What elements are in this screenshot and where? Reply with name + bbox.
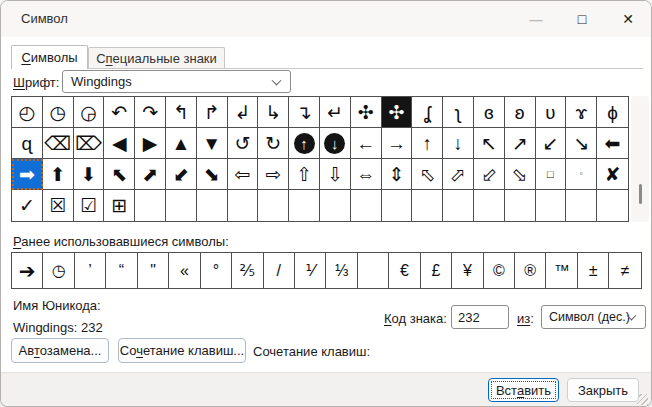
symbol-cell[interactable]: ⬂ [505,159,536,190]
symbol-cell[interactable] [536,190,567,221]
font-combobox[interactable]: Wingdings [62,70,291,93]
symbol-cell[interactable] [382,190,413,221]
symbol-cell[interactable]: ʚ [505,97,536,128]
symbol-cell[interactable]: ↵ [320,97,351,128]
symbol-cell[interactable]: ⇧ [289,159,320,190]
symbol-cell[interactable]: ☒ [43,190,74,221]
symbol-cell[interactable] [597,190,628,221]
symbol-cell[interactable]: ↖ [474,128,505,159]
symbol-cell[interactable]: ⬇ [74,159,105,190]
grid-scrollbar-thumb[interactable] [639,184,642,204]
recent-symbol-cell[interactable]: € [389,253,420,288]
symbol-cell[interactable]: ɤ [566,97,597,128]
recent-symbol-cell[interactable]: ◷ [43,253,74,288]
grid-scrollbar[interactable] [631,96,649,222]
symbol-cell[interactable] [566,190,597,221]
symbol-cell[interactable]: ☑ [74,190,105,221]
symbol-cell[interactable]: ↳ [258,97,289,128]
recent-symbol-cell[interactable]: « [169,253,200,288]
recent-symbol-cell[interactable]: ¥ [452,253,483,288]
symbol-cell[interactable] [135,190,166,221]
symbol-cell[interactable]: ʅ [443,97,474,128]
recent-symbol-cell[interactable] [358,253,389,288]
symbol-cell[interactable]: ✓ [12,190,43,221]
symbol-cell[interactable]: ◶ [74,97,105,128]
symbol-cell[interactable]: ↙ [536,128,567,159]
symbol-cell[interactable]: ⬆ [43,159,74,190]
symbol-cell[interactable] [505,190,536,221]
recent-symbol-cell[interactable]: ® [515,253,546,288]
recent-symbol-cell[interactable]: ⅓ [326,253,357,288]
recent-symbol-cell[interactable]: ⅖ [232,253,263,288]
shortcut-key-button[interactable]: Сочетание клавиш... [118,338,246,363]
recent-symbol-cell[interactable]: © [484,253,515,288]
recent-symbol-cell[interactable]: ’ [75,253,106,288]
insert-button[interactable]: Вставить [488,378,559,402]
symbol-cell[interactable]: ↻ [258,128,289,159]
recent-symbol-cell[interactable]: ⅟ [295,253,326,288]
symbol-cell[interactable] [228,190,259,221]
symbol-cell[interactable] [351,190,382,221]
symbol-cell[interactable]: ✘ [597,159,628,190]
symbol-cell[interactable] [289,190,320,221]
symbol-cell[interactable]: □ [536,159,567,190]
symbol-cell[interactable]: ⇦ [228,159,259,190]
symbol-cell[interactable] [474,190,505,221]
symbol-cell[interactable]: ɋ [12,128,43,159]
close-dialog-button[interactable]: Закрыть [567,378,639,402]
symbol-cell[interactable]: ← [351,128,382,159]
symbol-cell[interactable]: ⇩ [320,159,351,190]
recent-symbol-cell[interactable]: “ [106,253,137,288]
symbol-cell[interactable]: ⇕ [382,159,413,190]
symbol-cell[interactable]: ↘ [566,128,597,159]
symbol-cell[interactable]: ↑ [412,128,443,159]
symbol-cell[interactable]: ↺ [228,128,259,159]
symbol-cell[interactable]: ➡ [12,159,43,190]
symbol-cell[interactable]: ◷ [43,97,74,128]
symbol-cell[interactable]: ▼ [197,128,228,159]
symbol-cell[interactable]: ↲ [228,97,259,128]
symbol-cell[interactable] [443,190,474,221]
symbol-cell[interactable]: ◴ [12,97,43,128]
symbol-cell[interactable]: ⬋ [166,159,197,190]
recent-symbol-cell[interactable]: ™ [546,253,577,288]
recent-symbol-cell[interactable]: " [138,253,169,288]
symbol-cell[interactable]: ⬉ [104,159,135,190]
symbol-cell[interactable]: ↷ [135,97,166,128]
maximize-button[interactable]: □ [559,1,605,37]
symbol-cell[interactable]: ⬀ [443,159,474,190]
symbol-cell[interactable]: ⬅ [597,128,628,159]
symbol-cell[interactable]: ↰ [166,97,197,128]
recent-symbol-cell[interactable]: ➔ [12,253,43,288]
symbol-cell[interactable] [412,190,443,221]
symbol-cell[interactable]: ↑ [289,128,320,159]
symbol-cell[interactable]: ϕ [597,97,628,128]
symbol-cell[interactable]: ⇨ [258,159,289,190]
symbol-cell[interactable]: ⬃ [474,159,505,190]
symbol-cell[interactable]: ⊞ [104,190,135,221]
symbol-cell[interactable]: ✣ [351,97,382,128]
symbol-cell[interactable]: ▫ [566,159,597,190]
titlebar[interactable]: Символ — □ ✕ [1,1,651,37]
symbol-cell[interactable]: ⬁ [412,159,443,190]
symbol-cell[interactable]: ⇔ [351,159,382,190]
symbol-cell[interactable] [166,190,197,221]
symbol-cell[interactable]: ↗ [505,128,536,159]
recent-symbol-cell[interactable]: ≠ [609,253,640,288]
symbol-cell[interactable]: ⌫ [43,128,74,159]
symbol-cell[interactable]: ↓ [320,128,351,159]
recent-symbol-cell[interactable]: / [264,253,295,288]
symbol-cell[interactable]: ▲ [166,128,197,159]
autocorrect-button[interactable]: Автозамена... [11,338,109,363]
close-button[interactable]: ✕ [605,1,651,37]
character-code-input[interactable] [451,305,509,329]
symbol-cell[interactable] [197,190,228,221]
symbol-cell[interactable] [258,190,289,221]
symbol-cell[interactable]: ⌦ [74,128,105,159]
recent-symbol-cell[interactable]: ± [578,253,609,288]
symbol-cell[interactable]: ⬊ [197,159,228,190]
symbol-cell[interactable]: ↱ [197,97,228,128]
tab-special-characters[interactable]: Специальные знаки [88,47,225,68]
symbol-cell[interactable]: ʋ [536,97,567,128]
symbol-cell[interactable]: ▶ [135,128,166,159]
